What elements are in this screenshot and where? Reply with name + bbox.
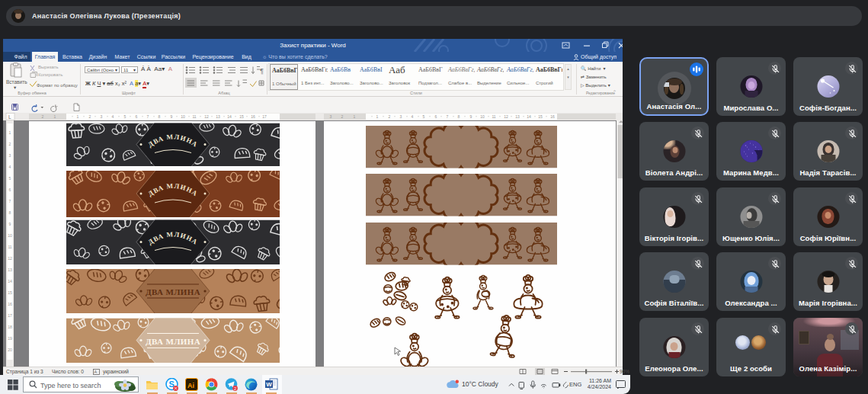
svg-text:2: 2 bbox=[234, 386, 236, 391]
svg-text:18: 18 bbox=[8, 325, 12, 329]
svg-text:15: 15 bbox=[239, 114, 244, 119]
svg-text:16: 16 bbox=[251, 114, 255, 119]
svg-text:7: 7 bbox=[9, 199, 11, 203]
svg-text:10: 10 bbox=[181, 114, 185, 119]
svg-text:W: W bbox=[266, 381, 272, 388]
svg-text:14: 14 bbox=[227, 114, 232, 119]
svg-text:8: 8 bbox=[9, 210, 11, 215]
svg-text:13: 13 bbox=[216, 114, 220, 119]
svg-text:5: 5 bbox=[124, 114, 127, 119]
svg-text:8: 8 bbox=[458, 114, 460, 119]
svg-text:9: 9 bbox=[470, 114, 472, 119]
svg-text:12: 12 bbox=[504, 114, 508, 119]
svg-text:Ai: Ai bbox=[187, 382, 194, 389]
svg-text:16: 16 bbox=[8, 302, 12, 306]
svg-text:1: 1 bbox=[354, 114, 356, 119]
svg-text:3: 3 bbox=[330, 114, 332, 119]
svg-text:3: 3 bbox=[400, 114, 402, 119]
svg-text:17: 17 bbox=[262, 114, 267, 119]
svg-text:5: 5 bbox=[423, 114, 425, 119]
svg-text:20: 20 bbox=[8, 348, 12, 352]
svg-text:4: 4 bbox=[9, 165, 11, 169]
svg-text:16: 16 bbox=[550, 114, 555, 119]
svg-text:2: 2 bbox=[341, 114, 344, 119]
svg-text:10: 10 bbox=[480, 114, 485, 119]
svg-text:6: 6 bbox=[435, 114, 437, 119]
svg-text:11: 11 bbox=[8, 245, 11, 249]
svg-text:14: 14 bbox=[8, 279, 12, 283]
svg-text:17: 17 bbox=[8, 313, 12, 318]
svg-text:3: 3 bbox=[9, 153, 11, 158]
svg-text:А: А bbox=[94, 370, 98, 374]
svg-text:9: 9 bbox=[171, 114, 173, 119]
svg-text:11: 11 bbox=[492, 114, 495, 119]
svg-text:7: 7 bbox=[147, 114, 149, 119]
svg-text:¶: ¶ bbox=[260, 67, 264, 75]
svg-text:6: 6 bbox=[9, 187, 11, 192]
svg-text:15: 15 bbox=[8, 290, 12, 295]
svg-text:11: 11 bbox=[192, 114, 196, 119]
svg-text:2: 2 bbox=[389, 114, 391, 119]
svg-text:L: L bbox=[8, 114, 11, 120]
svg-text:5: 5 bbox=[9, 176, 11, 181]
svg-text:13: 13 bbox=[8, 267, 12, 272]
svg-text:12: 12 bbox=[8, 256, 12, 261]
svg-text:4: 4 bbox=[412, 114, 414, 119]
svg-text:ДВА МЛИНА: ДВА МЛИНА bbox=[146, 337, 200, 346]
svg-text:ДВА МЛИНА: ДВА МЛИНА bbox=[146, 287, 200, 296]
svg-text:4: 4 bbox=[112, 114, 114, 119]
svg-text:19: 19 bbox=[8, 336, 12, 341]
svg-text:14: 14 bbox=[527, 114, 531, 119]
svg-text:9: 9 bbox=[9, 222, 11, 226]
svg-text:2: 2 bbox=[89, 114, 91, 119]
svg-text:10: 10 bbox=[8, 233, 12, 238]
svg-text:3: 3 bbox=[101, 114, 103, 119]
svg-text:2: 2 bbox=[42, 114, 44, 119]
svg-text:2: 2 bbox=[9, 142, 11, 146]
svg-text:7: 7 bbox=[447, 114, 449, 119]
svg-text:13: 13 bbox=[515, 114, 520, 119]
svg-text:1: 1 bbox=[77, 114, 79, 119]
svg-text:1: 1 bbox=[376, 114, 379, 119]
svg-text:8: 8 bbox=[159, 114, 161, 119]
svg-text:12: 12 bbox=[204, 114, 209, 119]
svg-text:1: 1 bbox=[9, 130, 11, 135]
svg-text:1: 1 bbox=[54, 114, 56, 119]
svg-text:6: 6 bbox=[136, 114, 138, 119]
svg-text:15: 15 bbox=[538, 114, 543, 119]
